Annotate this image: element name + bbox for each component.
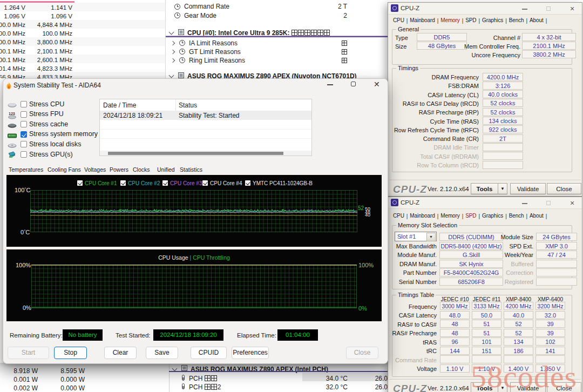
svg-text:123: 123 [9, 112, 15, 116]
